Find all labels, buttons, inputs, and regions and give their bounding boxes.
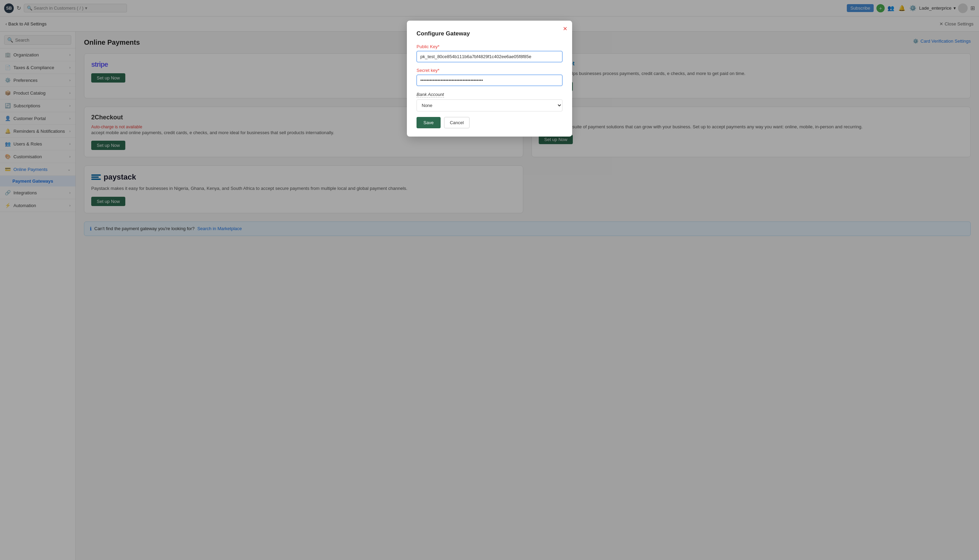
public-key-input[interactable]: [416, 51, 563, 62]
bank-account-select[interactable]: None: [416, 99, 563, 112]
modal-actions: Save Cancel: [416, 117, 563, 128]
modal-close-button[interactable]: ✕: [563, 25, 567, 32]
secret-key-label: Secret key*: [416, 68, 563, 73]
modal-overlay: ✕ Configure Gateway Public Key* Secret k…: [0, 0, 979, 560]
configure-gateway-modal: ✕ Configure Gateway Public Key* Secret k…: [407, 21, 572, 137]
public-key-label: Public Key*: [416, 44, 563, 49]
bank-account-group: Bank Account None: [416, 92, 563, 112]
cancel-button[interactable]: Cancel: [444, 117, 469, 128]
modal-title: Configure Gateway: [416, 30, 563, 37]
bank-account-label: Bank Account: [416, 92, 444, 98]
secret-key-input[interactable]: [416, 75, 563, 86]
save-button[interactable]: Save: [416, 117, 441, 128]
public-key-group: Public Key*: [416, 44, 563, 62]
secret-key-group: Secret key*: [416, 68, 563, 86]
